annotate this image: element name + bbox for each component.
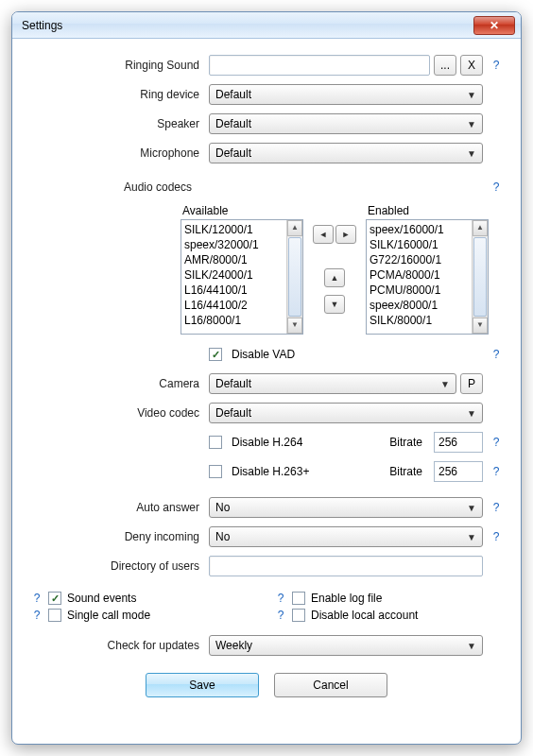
- available-codecs-list[interactable]: SILK/12000/1speex/32000/1AMR/8000/1SILK/…: [181, 219, 303, 335]
- label-deny-incoming: Deny incoming: [29, 530, 209, 543]
- chevron-down-icon: ▼: [467, 532, 476, 542]
- move-left-button[interactable]: ◄: [313, 225, 334, 244]
- chevron-down-icon: ▼: [467, 119, 476, 129]
- list-item[interactable]: PCMA/8000/1: [368, 267, 471, 283]
- scroll-thumb[interactable]: [288, 237, 301, 317]
- list-item[interactable]: SILK/16000/1: [368, 237, 471, 252]
- scroll-up-icon[interactable]: ▲: [473, 220, 488, 236]
- camera-select[interactable]: Default ▼: [209, 373, 456, 394]
- enable-log-checkbox[interactable]: [292, 592, 305, 605]
- list-item[interactable]: L16/44100/1: [182, 283, 285, 298]
- label-bitrate: Bitrate: [389, 436, 422, 449]
- list-item[interactable]: SILK/8000/1: [368, 313, 471, 328]
- label-sound-events: Sound events: [67, 592, 136, 605]
- close-icon: ✕: [490, 19, 499, 32]
- list-item[interactable]: AMR/8000/1: [182, 252, 285, 267]
- codec-panel: Available SILK/12000/1speex/32000/1AMR/8…: [29, 204, 504, 335]
- video-codec-value: Default: [215, 406, 251, 420]
- speaker-select[interactable]: Default ▼: [209, 113, 483, 134]
- chevron-down-icon: ▼: [467, 408, 476, 419]
- disable-h264-checkbox[interactable]: [209, 436, 222, 449]
- browse-button[interactable]: ...: [434, 55, 456, 76]
- label-audio-codecs: Audio codecs: [29, 180, 483, 194]
- label-video-codec: Video codec: [29, 406, 209, 420]
- disable-vad-checkbox[interactable]: [209, 348, 222, 361]
- scrollbar[interactable]: ▲ ▼: [472, 220, 488, 334]
- titlebar: Settings ✕: [12, 12, 521, 39]
- auto-answer-select[interactable]: No ▼: [209, 497, 483, 518]
- deny-incoming-select[interactable]: No ▼: [209, 526, 483, 547]
- deny-incoming-value: No: [215, 530, 230, 543]
- bitrate-h263p-input[interactable]: 256: [434, 461, 483, 482]
- chevron-down-icon: ▼: [467, 148, 476, 159]
- enabled-codecs-list[interactable]: speex/16000/1SILK/16000/1G722/16000/1PCM…: [366, 219, 489, 335]
- cancel-button[interactable]: Cancel: [274, 673, 387, 697]
- disable-local-account-checkbox[interactable]: [292, 609, 305, 622]
- list-item[interactable]: speex/16000/1: [368, 222, 471, 237]
- list-item[interactable]: SILK/12000/1: [182, 222, 285, 237]
- scroll-down-icon[interactable]: ▼: [473, 318, 488, 334]
- list-item[interactable]: L16/44100/2: [182, 298, 285, 313]
- move-up-button[interactable]: ▲: [324, 268, 345, 287]
- clear-button[interactable]: X: [460, 55, 483, 76]
- settings-body: Ringing Sound ... X ? Ring device Defaul…: [12, 39, 521, 744]
- list-item[interactable]: G722/16000/1: [368, 252, 471, 267]
- help-icon[interactable]: ?: [489, 436, 504, 449]
- label-available: Available: [181, 204, 303, 217]
- label-single-call: Single call mode: [67, 609, 150, 622]
- list-item[interactable]: PCMU/8000/1: [368, 283, 471, 298]
- microphone-value: Default: [215, 146, 251, 160]
- scroll-down-icon[interactable]: ▼: [287, 318, 302, 334]
- move-right-button[interactable]: ►: [335, 225, 356, 244]
- list-item[interactable]: SILK/24000/1: [182, 267, 285, 283]
- ring-device-select[interactable]: Default ▼: [209, 84, 483, 105]
- scroll-up-icon[interactable]: ▲: [287, 220, 302, 236]
- directory-input[interactable]: [209, 556, 483, 576]
- save-button[interactable]: Save: [146, 673, 259, 697]
- scroll-thumb[interactable]: [473, 237, 487, 317]
- label-check-updates: Check for updates: [29, 639, 209, 652]
- label-camera: Camera: [29, 377, 209, 390]
- window-title: Settings: [22, 19, 62, 32]
- label-disable-local-account: Disable local account: [311, 609, 418, 622]
- speaker-value: Default: [215, 117, 251, 130]
- camera-preview-button[interactable]: P: [460, 373, 483, 394]
- help-icon[interactable]: ?: [29, 592, 44, 605]
- ringing-sound-input[interactable]: [209, 55, 430, 76]
- sound-events-checkbox[interactable]: [48, 592, 61, 605]
- auto-answer-value: No: [215, 501, 230, 514]
- label-enabled: Enabled: [366, 204, 489, 217]
- move-down-button[interactable]: ▼: [324, 295, 345, 314]
- list-item[interactable]: speex/32000/1: [182, 237, 285, 252]
- camera-value: Default: [215, 377, 251, 390]
- chevron-down-icon: ▼: [467, 90, 476, 100]
- list-item[interactable]: speex/8000/1: [368, 298, 471, 313]
- close-button[interactable]: ✕: [473, 16, 515, 35]
- microphone-select[interactable]: Default ▼: [209, 143, 483, 163]
- bitrate-h264-value: 256: [438, 436, 457, 449]
- chevron-down-icon: ▼: [440, 379, 450, 389]
- help-icon[interactable]: ?: [273, 609, 288, 622]
- ring-device-value: Default: [215, 88, 251, 101]
- help-icon[interactable]: ?: [489, 501, 504, 514]
- help-icon[interactable]: ?: [489, 348, 504, 361]
- chevron-down-icon: ▼: [467, 641, 476, 651]
- label-disable-vad: Disable VAD: [232, 348, 295, 361]
- help-icon[interactable]: ?: [489, 465, 504, 478]
- label-ring-device: Ring device: [29, 88, 209, 101]
- scrollbar[interactable]: ▲ ▼: [286, 220, 302, 334]
- label-directory: Directory of users: [29, 559, 209, 573]
- list-item[interactable]: L16/8000/1: [182, 313, 285, 328]
- bitrate-h264-input[interactable]: 256: [434, 432, 483, 453]
- help-icon[interactable]: ?: [489, 59, 504, 72]
- single-call-checkbox[interactable]: [48, 609, 61, 622]
- help-icon[interactable]: ?: [273, 592, 288, 605]
- label-speaker: Speaker: [29, 117, 209, 130]
- help-icon[interactable]: ?: [489, 180, 504, 194]
- video-codec-select[interactable]: Default ▼: [209, 403, 483, 423]
- label-ringing-sound: Ringing Sound: [29, 59, 209, 72]
- check-updates-select[interactable]: Weekly ▼: [209, 635, 483, 656]
- help-icon[interactable]: ?: [29, 609, 44, 622]
- disable-h263p-checkbox[interactable]: [209, 465, 222, 478]
- help-icon[interactable]: ?: [489, 530, 504, 543]
